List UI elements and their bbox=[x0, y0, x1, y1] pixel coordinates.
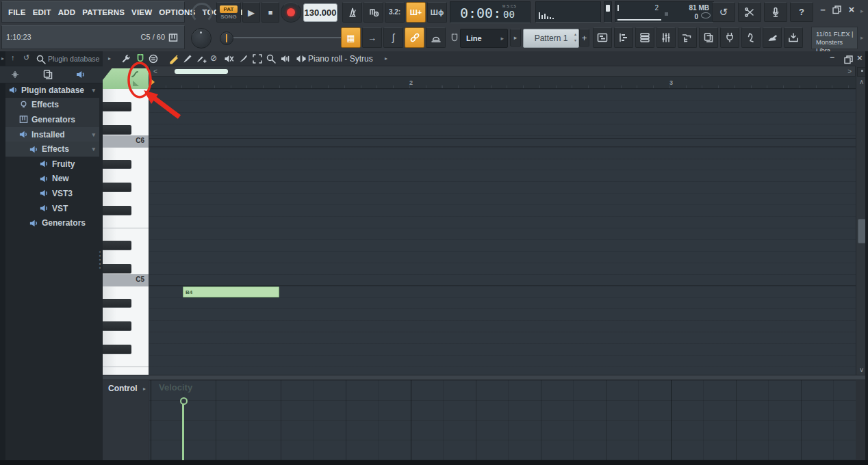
record-button[interactable] bbox=[281, 2, 301, 23]
tree-item-fruity[interactable]: Fruity bbox=[5, 157, 99, 172]
expand-arrow-icon[interactable]: ▾ bbox=[92, 146, 95, 152]
piano-key-black[interactable] bbox=[103, 160, 131, 170]
piano-key-black[interactable] bbox=[103, 183, 131, 192]
paint-tool-icon[interactable] bbox=[182, 53, 193, 64]
control-label[interactable]: Control bbox=[108, 384, 138, 393]
undo-button[interactable]: ↺ bbox=[712, 2, 735, 22]
wrench-icon[interactable] bbox=[120, 53, 131, 64]
select-tool-icon[interactable] bbox=[252, 53, 263, 64]
pattern-selector[interactable]: Pattern 1 ▴▾ bbox=[523, 29, 579, 48]
plugin-picker-button[interactable] bbox=[699, 27, 718, 48]
note-slide-button[interactable]: ʃ bbox=[383, 27, 403, 48]
expand-arrow-icon[interactable]: ▾ bbox=[92, 87, 95, 94]
pat-badge[interactable]: PAT bbox=[220, 5, 238, 13]
control-arrow-icon[interactable]: ▸ bbox=[143, 386, 146, 392]
app-minimize-button[interactable]: − bbox=[817, 5, 829, 16]
piano-key-black[interactable] bbox=[103, 206, 131, 215]
piano-keyboard[interactable]: C6C5 bbox=[103, 89, 149, 375]
snap-selector[interactable]: Line ▸ bbox=[460, 29, 508, 48]
tree-item-effects[interactable]: Effects▾ bbox=[5, 142, 99, 157]
tab-current-icon[interactable] bbox=[75, 69, 86, 80]
meter-thumb[interactable] bbox=[606, 5, 610, 12]
touch-button[interactable] bbox=[763, 27, 782, 48]
piano-roll-title[interactable]: Piano roll - Sytrus bbox=[308, 54, 373, 64]
hscroll-thumb[interactable] bbox=[175, 69, 228, 74]
pat-song-toggle[interactable]: PAT SONG bbox=[216, 2, 241, 23]
pedal-button[interactable] bbox=[426, 27, 446, 48]
panel-splitter[interactable]: ••••• bbox=[103, 375, 868, 380]
velocity-handle[interactable] bbox=[180, 397, 188, 405]
menu-edit[interactable]: EDIT bbox=[29, 8, 55, 16]
vscroll-up-icon[interactable]: ∧ bbox=[859, 78, 864, 85]
play-button[interactable]: ▶ bbox=[242, 2, 260, 23]
draw-tool-icon[interactable] bbox=[168, 53, 179, 64]
tree-item-generators[interactable]: Generators bbox=[5, 112, 99, 127]
app-close-button[interactable]: × bbox=[845, 3, 858, 14]
porta-switch-icon[interactable] bbox=[131, 78, 142, 89]
menu-file[interactable]: FILE bbox=[5, 8, 29, 16]
tree-item-vst3[interactable]: VST3 bbox=[5, 186, 99, 201]
toolbar-overflow-arrow[interactable]: ▸ bbox=[860, 8, 864, 14]
midi-note-b4[interactable]: B4 bbox=[183, 287, 279, 297]
timeline-ruler[interactable]: 23 bbox=[149, 77, 856, 89]
add-pattern-button[interactable]: + bbox=[579, 29, 589, 46]
tree-item-vst[interactable]: VST bbox=[5, 201, 99, 216]
link-button[interactable] bbox=[405, 27, 424, 48]
browser-up-icon[interactable]: ↑ bbox=[11, 53, 15, 62]
song-label[interactable]: SONG bbox=[220, 14, 237, 20]
master-pitch-knob[interactable] bbox=[191, 28, 212, 49]
app-restore-button[interactable] bbox=[831, 5, 843, 16]
mute-tool-icon[interactable] bbox=[223, 53, 234, 64]
velocity-lane[interactable]: Velocity bbox=[149, 380, 856, 460]
key-header-corner[interactable] bbox=[103, 68, 149, 89]
time-display[interactable]: 0:00: 00 M:S:CS bbox=[450, 1, 531, 23]
piano-key-black[interactable] bbox=[103, 321, 131, 331]
hscroll-right-icon[interactable]: > bbox=[847, 68, 852, 75]
slice-tool-icon[interactable] bbox=[238, 53, 249, 64]
piano-key-black[interactable] bbox=[103, 345, 131, 354]
volume-meter-slider[interactable] bbox=[604, 1, 612, 23]
hscroll-left-icon[interactable]: < bbox=[153, 68, 157, 75]
expand-arrow-icon[interactable]: ▾ bbox=[92, 131, 95, 138]
piano-key-label-c5[interactable]: C5 bbox=[103, 274, 149, 286]
help-button[interactable]: ? bbox=[790, 2, 813, 22]
piano-key-black[interactable] bbox=[103, 125, 131, 135]
stamp-icon[interactable] bbox=[148, 53, 159, 64]
pr-restore-button[interactable] bbox=[843, 55, 854, 66]
channel-rack-button[interactable] bbox=[635, 27, 654, 48]
target-channel-icon[interactable] bbox=[296, 53, 307, 64]
pr-options-arrow-icon[interactable]: ▸ bbox=[108, 55, 111, 62]
vscroll-down-icon[interactable]: ∨ bbox=[859, 366, 864, 373]
menu-add[interactable]: ADD bbox=[55, 8, 79, 16]
browser-back-icon[interactable]: ↺ bbox=[23, 53, 29, 62]
typing-keyboard-to-piano-button[interactable]: ▦ bbox=[341, 27, 361, 48]
paint-sequence-tool-icon[interactable] bbox=[196, 53, 207, 64]
tempo-tap-button[interactable] bbox=[741, 27, 761, 48]
browser-button[interactable] bbox=[678, 27, 697, 48]
step-edit-button[interactable]: → bbox=[362, 27, 382, 48]
pr-title-arrow-icon[interactable]: ▸ bbox=[385, 55, 387, 62]
flex-info-panel[interactable]: 11/01 FLEX | Monsters Libra.. bbox=[811, 27, 858, 49]
tree-item-installed[interactable]: Installed▾ bbox=[5, 127, 99, 142]
blend-recording-button[interactable]: Шϕ bbox=[427, 2, 447, 23]
piano-key-label-c6[interactable]: C6 bbox=[103, 135, 149, 147]
piano-key-black[interactable] bbox=[103, 241, 131, 250]
tab-plugins-icon[interactable] bbox=[10, 69, 21, 80]
pattern-spinner[interactable]: ▴▾ bbox=[574, 31, 576, 44]
playback-tool-icon[interactable] bbox=[279, 53, 290, 64]
flex-panel-arrow[interactable]: ▸ bbox=[860, 34, 864, 41]
tree-item-effects[interactable]: Effects bbox=[5, 98, 99, 113]
tab-files-icon[interactable] bbox=[42, 69, 53, 80]
piano-key-black[interactable] bbox=[103, 102, 131, 111]
mixer-button[interactable] bbox=[656, 27, 676, 48]
pr-minimize-button[interactable]: − bbox=[830, 53, 834, 62]
cut-tool-button[interactable] bbox=[738, 2, 761, 22]
loop-record-button[interactable]: Ш+ bbox=[406, 2, 426, 23]
browser-collapse-icon[interactable]: ▸ bbox=[1, 55, 4, 62]
piano-roll-button[interactable] bbox=[614, 27, 633, 48]
menu-view[interactable]: VIEW bbox=[128, 8, 155, 16]
menu-patterns[interactable]: PATTERNS bbox=[79, 8, 128, 16]
velocity-stem[interactable] bbox=[182, 399, 184, 460]
playlist-button[interactable] bbox=[593, 27, 612, 48]
tempo-display[interactable]: 130.000 bbox=[303, 3, 337, 22]
